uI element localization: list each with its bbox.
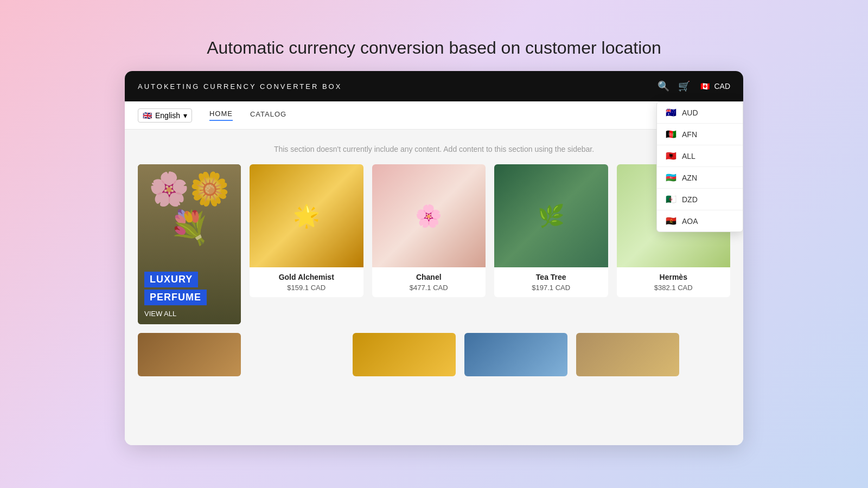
product-info-hermes: Hermès $382.1 CAD xyxy=(617,267,731,297)
product-card-sm-3[interactable] xyxy=(464,333,567,376)
product-name-gold-alchemist: Gold Alchemist xyxy=(256,273,357,281)
selected-currency-label: CAD xyxy=(714,82,730,91)
product-price-gold-alchemist: $159.1 CAD xyxy=(256,284,357,292)
product-price-hermes: $382.1 CAD xyxy=(623,284,724,292)
product-card-tea-tree[interactable]: 🌿 Tea Tree $197.1 CAD xyxy=(494,164,608,297)
australia-flag-icon: 🇦🇺 xyxy=(666,107,676,118)
currency-option-afn[interactable]: 🇦🇫 AFN xyxy=(657,124,743,145)
product-card-sm-2[interactable] xyxy=(353,333,456,376)
azerbaijan-flag-icon: 🇦🇿 xyxy=(666,172,676,183)
currency-option-azn[interactable]: 🇦🇿 AZN xyxy=(657,167,743,189)
product-card-sm-1[interactable] xyxy=(138,333,241,376)
nav-link-catalog[interactable]: CATALOG xyxy=(250,110,286,120)
luxury-label: LUXURY xyxy=(144,272,198,287)
search-icon[interactable]: 🔍 xyxy=(658,80,669,92)
currency-code-afn: AFN xyxy=(682,130,697,139)
currency-selector-button[interactable]: 🇨🇦 CAD xyxy=(699,80,730,92)
afghanistan-flag-icon: 🇦🇫 xyxy=(666,129,676,139)
product-row-2 xyxy=(138,333,730,376)
product-image-chanel: 🌸 xyxy=(372,164,486,267)
chevron-down-icon: ▾ xyxy=(183,111,187,120)
language-label: English xyxy=(155,111,180,120)
product-image-sm-3 xyxy=(464,333,567,376)
product-price-chanel: $477.1 CAD xyxy=(379,284,480,292)
albania-flag-icon: 🇦🇱 xyxy=(666,151,676,161)
currency-code-dzd: DZD xyxy=(682,195,698,204)
main-content: This section doesn't currently include a… xyxy=(125,130,743,445)
currency-code-azn: AZN xyxy=(682,174,697,182)
cart-icon[interactable]: 🛒 xyxy=(678,80,690,92)
canada-flag-icon: 🇨🇦 xyxy=(699,80,711,92)
currency-option-all[interactable]: 🇦🇱 ALL xyxy=(657,145,743,167)
luxury-banner[interactable]: 🌸🌼💐 LUXURY PERFUME VIEW ALL xyxy=(138,164,241,324)
product-card-gold-alchemist[interactable]: 🌟 Gold Alchemist $159.1 CAD xyxy=(250,164,363,297)
product-name-tea-tree: Tea Tree xyxy=(501,273,602,281)
empty-section-text: This section doesn't currently include a… xyxy=(138,145,730,153)
currency-option-aud[interactable]: 🇦🇺 AUD xyxy=(657,102,743,124)
product-name-hermes: Hermès xyxy=(623,273,724,281)
product-info-chanel: Chanel $477.1 CAD xyxy=(372,267,486,297)
perfume-label: PERFUME xyxy=(144,290,207,305)
product-image-sm-1 xyxy=(138,333,241,376)
currency-option-dzd[interactable]: 🇩🇿 DZD xyxy=(657,189,743,210)
banner-flowers-decoration: 🌸🌼💐 xyxy=(138,170,241,247)
product-image-sm-4 xyxy=(576,333,679,376)
currency-dropdown: 🇦🇺 AUD 🇦🇫 AFN 🇦🇱 ALL 🇦🇿 AZN 🇩🇿 xyxy=(656,101,743,232)
uk-flag-icon: 🇬🇧 xyxy=(143,111,152,120)
currency-option-aoa[interactable]: 🇦🇴 AOA xyxy=(657,210,743,232)
product-card-sm-4[interactable] xyxy=(576,333,679,376)
navbar-right: 🔍 🛒 🇨🇦 CAD xyxy=(658,80,730,92)
sub-navbar: 🇬🇧 English ▾ HOME CATALOG xyxy=(125,101,743,130)
product-info-tea-tree: Tea Tree $197.1 CAD xyxy=(494,267,608,297)
algeria-flag-icon: 🇩🇿 xyxy=(666,194,676,204)
view-all-link[interactable]: VIEW ALL xyxy=(144,310,234,318)
navbar-brand: AUTOKETING CURRENCY CONVERTER BOX xyxy=(138,82,342,91)
banner-content: LUXURY PERFUME VIEW ALL xyxy=(138,265,241,324)
product-name-chanel: Chanel xyxy=(379,273,480,281)
product-section: 🌸🌼💐 LUXURY PERFUME VIEW ALL 🌟 Gold Alche… xyxy=(138,164,730,324)
currency-code-aoa: AOA xyxy=(682,217,698,226)
browser-window: AUTOKETING CURRENCY CONVERTER BOX 🔍 🛒 🇨🇦… xyxy=(125,71,743,445)
product-image-tea-tree: 🌿 xyxy=(494,164,608,267)
language-selector[interactable]: 🇬🇧 English ▾ xyxy=(138,108,192,123)
product-image-sm-2 xyxy=(353,333,456,376)
currency-code-all: ALL xyxy=(682,152,695,160)
nav-link-home[interactable]: HOME xyxy=(209,110,233,121)
angola-flag-icon: 🇦🇴 xyxy=(666,216,676,226)
product-info-gold-alchemist: Gold Alchemist $159.1 CAD xyxy=(250,267,363,297)
currency-code-aud: AUD xyxy=(682,108,698,117)
navbar: AUTOKETING CURRENCY CONVERTER BOX 🔍 🛒 🇨🇦… xyxy=(125,71,743,101)
page-title: Automatic currency conversion based on c… xyxy=(207,38,661,58)
product-card-chanel[interactable]: 🌸 Chanel $477.1 CAD xyxy=(372,164,486,297)
product-image-gold-alchemist: 🌟 xyxy=(250,164,363,267)
product-price-tea-tree: $197.1 CAD xyxy=(501,284,602,292)
